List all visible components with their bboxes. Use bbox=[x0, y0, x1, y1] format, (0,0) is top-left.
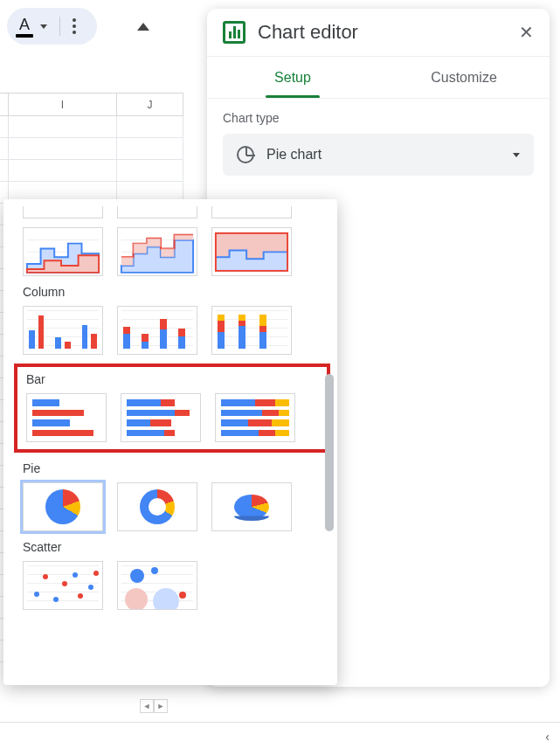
stacked-stepped-area-icon bbox=[118, 228, 197, 276]
section-bar: Bar bbox=[26, 372, 318, 386]
chart-thumb-100-stacked-bar[interactable] bbox=[215, 393, 295, 442]
full-stacked-bar-icon bbox=[221, 399, 289, 436]
bar-chart-icon bbox=[32, 399, 100, 436]
thumb-row-pie bbox=[23, 482, 321, 531]
text-color-underline bbox=[16, 34, 33, 38]
chart-thumb-column[interactable] bbox=[23, 306, 103, 355]
thumb-row-cut bbox=[23, 206, 321, 218]
stepped-area-icon bbox=[24, 228, 102, 276]
column-header-gutter[interactable] bbox=[0, 94, 9, 115]
thumb-row-column bbox=[23, 306, 321, 355]
chart-type-label: Chart type bbox=[223, 111, 534, 125]
tab-customize[interactable]: Customize bbox=[378, 57, 550, 98]
chart-thumb[interactable] bbox=[211, 206, 292, 218]
thumb-row-steparea bbox=[23, 227, 321, 276]
collapse-toolbar-icon[interactable] bbox=[137, 23, 149, 31]
text-color-letter: A bbox=[19, 16, 30, 34]
toolbar: A bbox=[0, 0, 183, 52]
explore-chevron-icon[interactable]: ‹ bbox=[545, 730, 550, 744]
toolbar-pill: A bbox=[7, 8, 97, 45]
chart-thumb-bubble[interactable] bbox=[117, 561, 197, 610]
bottom-bar: ‹ bbox=[0, 722, 560, 748]
chart-thumb-stepped-area[interactable] bbox=[23, 227, 103, 276]
scroll-right-icon[interactable]: ► bbox=[154, 699, 168, 713]
chart-thumb-donut[interactable] bbox=[117, 482, 197, 531]
caret-down-icon bbox=[513, 153, 520, 157]
horizontal-scroll-buttons[interactable]: ◄ ► bbox=[140, 699, 168, 713]
bar-section-highlight: Bar bbox=[14, 364, 330, 453]
chart-thumb-scatter[interactable] bbox=[23, 561, 103, 610]
section-pie: Pie bbox=[23, 461, 321, 475]
chart-thumb-bar[interactable] bbox=[26, 393, 107, 442]
panel-tabs: Setup Customize bbox=[207, 57, 550, 99]
chart-thumb-stacked-stepped-area[interactable] bbox=[117, 227, 197, 276]
scroll-left-icon[interactable]: ◄ bbox=[140, 699, 154, 713]
chart-thumb-stacked-bar[interactable] bbox=[121, 393, 201, 442]
full-stacked-column-icon bbox=[218, 312, 286, 349]
chart-type-dropdown[interactable]: Column bbox=[3, 199, 337, 685]
tab-setup[interactable]: Setup bbox=[207, 57, 378, 98]
full-stepped-area-icon bbox=[212, 228, 291, 276]
chart-thumb[interactable] bbox=[23, 206, 103, 218]
thumb-row-bar bbox=[26, 393, 318, 442]
donut-chart-icon bbox=[140, 489, 175, 524]
chart-thumb[interactable] bbox=[117, 206, 197, 218]
chart-type-select[interactable]: Pie chart bbox=[223, 134, 534, 176]
pie-3d-icon bbox=[234, 495, 269, 519]
pie-icon bbox=[237, 146, 254, 163]
column-headers: I J bbox=[0, 94, 183, 116]
text-color-button[interactable]: A bbox=[16, 16, 33, 38]
column-header-i[interactable]: I bbox=[9, 94, 117, 115]
pie-chart-icon bbox=[45, 489, 80, 524]
thumb-row-scatter bbox=[23, 561, 321, 610]
chart-editor-icon bbox=[223, 21, 245, 44]
panel-title: Chart editor bbox=[258, 21, 507, 44]
chart-thumb-3d-pie[interactable] bbox=[211, 482, 292, 531]
chart-thumb-stacked-column[interactable] bbox=[117, 306, 197, 355]
section-scatter: Scatter bbox=[23, 540, 321, 554]
chart-thumb-pie[interactable] bbox=[23, 482, 103, 531]
stacked-column-icon bbox=[123, 312, 191, 349]
chart-thumb-100-stacked-column[interactable] bbox=[211, 306, 292, 355]
caret-down-icon[interactable] bbox=[40, 24, 47, 29]
close-icon[interactable]: ✕ bbox=[519, 22, 534, 43]
chart-type-value: Pie chart bbox=[266, 147, 321, 163]
chart-thumb-100-stepped-area[interactable] bbox=[211, 227, 292, 276]
panel-header: Chart editor ✕ bbox=[207, 9, 550, 57]
separator bbox=[59, 17, 60, 36]
dropdown-scrollbar[interactable] bbox=[325, 374, 334, 531]
column-header-j[interactable]: J bbox=[117, 94, 183, 115]
section-column: Column bbox=[23, 285, 321, 299]
more-icon[interactable] bbox=[73, 18, 76, 34]
stacked-bar-icon bbox=[127, 399, 195, 436]
column-chart-icon bbox=[29, 312, 97, 349]
